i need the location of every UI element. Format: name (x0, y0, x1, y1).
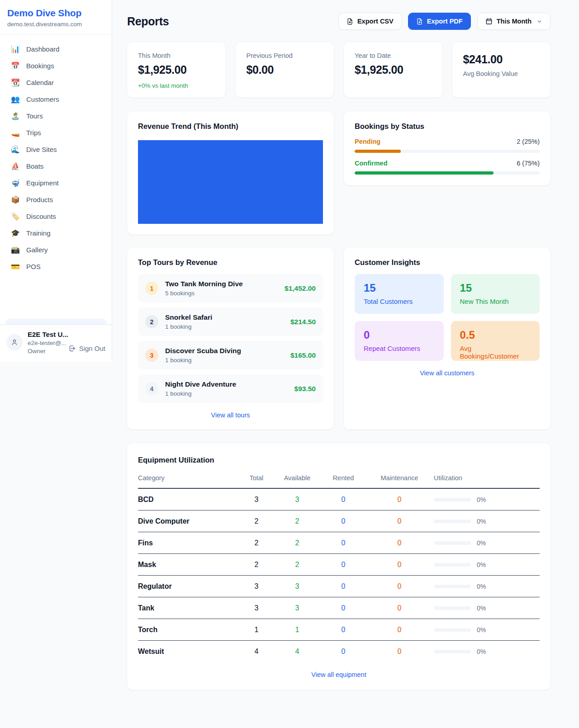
sidebar-item-boats[interactable]: ⛵ Boats (5, 158, 106, 175)
cell-available: 3 (273, 496, 322, 504)
cell-rented: 0 (322, 517, 365, 525)
utilization-percent: 0% (477, 539, 486, 547)
tour-list-item[interactable]: 1 Two Tank Morning Dive 5 bookings $1,45… (138, 274, 323, 303)
table-row: Torch 1 1 0 0 0% (138, 619, 540, 641)
cell-available: 2 (273, 561, 322, 569)
sidebar-item-products[interactable]: 📦 Products (5, 191, 106, 208)
tour-name: Night Dive Adventure (165, 380, 288, 388)
sidebar-item-gallery[interactable]: 📸 Gallery (5, 241, 106, 258)
tile-value: 15 (460, 282, 531, 294)
sidebar-item-dashboard[interactable]: 📊 Dashboard (5, 41, 106, 57)
utilization-bar (434, 520, 471, 523)
cell-utilization: 0% (434, 626, 540, 633)
utilization-bar (434, 585, 471, 588)
user-email: e2e-tester@... (28, 340, 63, 346)
rank-badge: 2 (145, 315, 158, 328)
cell-rented: 0 (322, 539, 365, 547)
sidebar-item-trips[interactable]: 🚤 Trips (5, 124, 106, 141)
cell-total: 3 (240, 496, 273, 504)
stat-this-month: This Month $1,925.00 +0% vs last month (127, 42, 226, 98)
avatar (6, 334, 23, 350)
sidebar-item-discounts[interactable]: 🏷️ Discounts (5, 208, 106, 225)
brand-title[interactable]: Demo Dive Shop (7, 8, 104, 19)
table-row: Dive Computer 2 2 0 0 0% (138, 511, 540, 532)
utilization-percent: 0% (477, 605, 486, 612)
sidebar-item-customers[interactable]: 👥 Customers (5, 91, 106, 108)
tile-repeat-customers: 0 Repeat Customers (355, 321, 444, 361)
cell-utilization: 0% (434, 605, 540, 612)
view-all-equipment-link[interactable]: View all equipment (138, 671, 540, 678)
export-csv-button[interactable]: Export CSV (338, 13, 402, 30)
sidebar-item-active-partial[interactable] (5, 319, 106, 324)
cell-total: 3 (240, 582, 273, 591)
nav-item-label: Dashboard (26, 45, 59, 53)
nav-item-label: Boats (26, 162, 43, 170)
stat-note: +0% vs last month (138, 82, 215, 89)
utilization-bar (434, 541, 471, 545)
header-actions: Export CSV Export PDF This Month (338, 13, 551, 30)
sidebar-item-bookings[interactable]: 📅 Bookings (5, 57, 106, 74)
nav-item-label: POS (26, 263, 41, 270)
cell-rented: 0 (322, 582, 365, 591)
table-row: Fins 2 2 0 0 0% (138, 532, 540, 554)
tour-list-item[interactable]: 4 Night Dive Adventure 1 booking $93.50 (138, 374, 323, 403)
tour-name: Snorkel Safari (165, 313, 284, 321)
sidebar-item-equipment[interactable]: 🤿 Equipment (5, 175, 106, 191)
column-header-category: Category (138, 474, 240, 488)
cell-total: 2 (240, 561, 273, 569)
sign-out-button[interactable]: Sign Out (68, 342, 105, 355)
stat-value: $241.00 (463, 53, 540, 66)
tile-label: New This Month (460, 298, 531, 305)
utilization-percent: 0% (477, 648, 486, 655)
equipment-table-body: BCD 3 3 0 0 0% Dive Computer 2 2 0 0 (138, 489, 540, 662)
nav-item-label: Calendar (26, 79, 54, 86)
cell-category: Fins (138, 539, 240, 547)
tour-info: Snorkel Safari 1 booking (165, 313, 284, 330)
sidebar-item-dive-sites[interactable]: 🌊 Dive Sites (5, 141, 106, 158)
cell-total: 4 (240, 648, 273, 656)
tour-revenue: $1,452.00 (285, 284, 316, 293)
cell-category: Regulator (138, 582, 240, 591)
export-pdf-label: Export PDF (427, 18, 463, 25)
export-pdf-button[interactable]: Export PDF (408, 13, 471, 30)
rank-badge: 1 (145, 282, 158, 295)
bookings-by-status-card: Bookings by Status Pending 2 (25%) (344, 111, 551, 185)
stat-cards: This Month $1,925.00 +0% vs last month P… (127, 42, 551, 98)
utilization-percent: 0% (477, 561, 486, 568)
utilization-bar (434, 606, 471, 610)
utilization-bar (434, 650, 471, 653)
tour-list-item[interactable]: 3 Discover Scuba Diving 1 booking $165.0… (138, 341, 323, 369)
period-select[interactable]: This Month (477, 13, 551, 30)
utilization-percent: 0% (477, 518, 486, 525)
sidebar-item-tours[interactable]: 🏝️ Tours (5, 108, 106, 124)
tour-bookings: 1 booking (165, 390, 288, 397)
status-rows: Pending 2 (25%) Confirmed 6 (75%) (355, 138, 540, 175)
sidebar-item-training[interactable]: 🎓 Training (5, 225, 106, 241)
utilization-percent: 0% (477, 583, 486, 590)
utilization-bar (434, 563, 471, 567)
cell-category: Mask (138, 561, 240, 569)
customer-insights-card: Customer Insights 15 Total Customers 15 … (344, 247, 551, 430)
cell-category: BCD (138, 496, 240, 504)
view-all-tours-link[interactable]: View all tours (138, 411, 323, 419)
cell-total: 3 (240, 604, 273, 612)
cell-utilization: 0% (434, 539, 540, 547)
tour-revenue: $165.00 (290, 351, 316, 359)
nav-item-icon: 👥 (11, 96, 20, 103)
nav-item-label: Trips (26, 129, 41, 137)
cell-available: 1 (273, 626, 322, 634)
tour-list-item[interactable]: 2 Snorkel Safari 1 booking $214.50 (138, 307, 323, 336)
nav-item-icon: 🏷️ (11, 213, 20, 220)
tile-total-customers: 15 Total Customers (355, 274, 444, 314)
stat-value: $1,925.00 (355, 63, 432, 76)
view-all-customers-link[interactable]: View all customers (355, 369, 540, 377)
table-row: Tank 3 3 0 0 0% (138, 597, 540, 619)
user-box: E2E Test U... e2e-tester@... Owner Sign … (0, 324, 112, 362)
cell-maintenance: 0 (365, 626, 434, 634)
revenue-trend-chart (138, 140, 323, 224)
tile-value: 15 (364, 282, 435, 294)
sidebar-item-calendar[interactable]: 📆 Calendar (5, 74, 106, 91)
tour-list: 1 Two Tank Morning Dive 5 bookings $1,45… (138, 274, 323, 403)
nav-item-label: Discounts (26, 213, 56, 220)
sidebar-item-pos[interactable]: 💳 POS (5, 258, 106, 275)
